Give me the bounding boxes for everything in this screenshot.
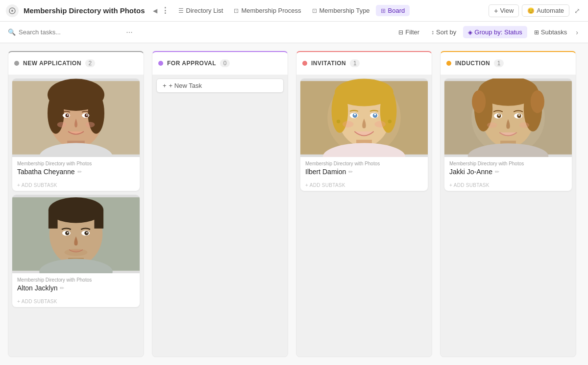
svg-rect-20: [49, 210, 58, 228]
column-title-new: NEW APPLICATION: [23, 60, 81, 67]
card-name-ilbert: Ilbert Damion: [305, 168, 346, 176]
collapse-icon[interactable]: ›: [574, 26, 580, 38]
toolbar-actions: ⊟ Filter ↕ Sort by ◈ Group by: Status ⊞ …: [393, 26, 580, 38]
subtasks-button[interactable]: ⊞ Subtasks: [529, 26, 572, 38]
card-name-jakki: Jakki Jo-Anne: [449, 168, 492, 176]
column-title-invitation: INVITATION: [311, 60, 346, 67]
header: Membership Directory with Photos ◀ ⋮ ☰ D…: [0, 0, 588, 22]
add-subtask-jakki[interactable]: + ADD SUBTASK: [444, 180, 572, 191]
tab-board[interactable]: ⊞ Board: [376, 5, 410, 16]
nav-dots-icon[interactable]: ⋮: [161, 6, 170, 15]
card-tabatha[interactable]: Membership Directory with Photos Tabatha…: [12, 78, 140, 191]
filter-icon: ⊟: [398, 29, 403, 36]
add-subtask-tabatha[interactable]: + ADD SUBTASK: [12, 180, 140, 191]
svg-point-15: [57, 122, 67, 127]
column-indicator-invitation: [302, 61, 307, 66]
column-new-application: NEW APPLICATION 2: [8, 51, 144, 357]
new-task-button[interactable]: + + New Task: [156, 78, 284, 93]
column-title-induction: INDUCTION: [455, 60, 490, 67]
column-count-new: 2: [85, 59, 95, 67]
app-logo: [6, 4, 19, 17]
search-input[interactable]: [19, 28, 121, 36]
toolbar: 🔍 ··· ⊟ Filter ↕ Sort by ◈ Group by: Sta…: [0, 22, 588, 43]
column-body-induction: Membership Directory with Photos Jakki J…: [440, 75, 576, 357]
card-photo-ilbert: [300, 78, 428, 157]
tab-directory-list[interactable]: ☰ Directory List: [173, 5, 228, 16]
board-icon: ⊞: [381, 7, 386, 14]
membership-type-icon: ⊡: [312, 7, 317, 14]
card-jakki[interactable]: Membership Directory with Photos Jakki J…: [444, 78, 572, 191]
svg-rect-21: [94, 210, 103, 228]
column-count-induction: 1: [494, 59, 504, 67]
svg-point-16: [86, 122, 95, 127]
svg-point-63: [498, 114, 500, 116]
column-indicator-new: [14, 61, 19, 66]
edit-icon-ilbert[interactable]: ✏: [348, 169, 353, 175]
card-ilbert[interactable]: Membership Directory with Photos Ilbert …: [300, 78, 428, 191]
nav-back-icon[interactable]: ◀: [151, 6, 160, 15]
directory-list-icon: ☰: [178, 7, 184, 14]
card-project-ilbert: Membership Directory with Photos: [305, 161, 423, 166]
svg-point-14: [86, 114, 88, 116]
sort-by-button[interactable]: ↕ Sort by: [426, 26, 461, 38]
card-project-alton: Membership Directory with Photos: [17, 277, 135, 283]
plus-icon: +: [494, 7, 498, 15]
column-indicator-induction: [446, 61, 451, 66]
card-content-alton: Membership Directory with Photos Alton J…: [12, 273, 140, 296]
svg-point-66: [519, 122, 529, 128]
tab-membership-type[interactable]: ⊡ Membership Type: [307, 5, 375, 16]
automate-button[interactable]: 😊 Automate: [522, 4, 569, 17]
automate-icon: 😊: [527, 7, 535, 14]
edit-icon-jakki[interactable]: ✏: [495, 169, 499, 175]
svg-point-56: [531, 90, 544, 113]
card-name-row-ilbert: Ilbert Damion ✏: [305, 168, 423, 176]
search-icon: 🔍: [8, 28, 16, 36]
edit-icon-tabatha[interactable]: ✏: [77, 169, 82, 175]
membership-process-icon: ⊡: [234, 7, 239, 14]
card-name-alton: Alton Jacklyn: [17, 284, 57, 292]
group-by-button[interactable]: ◈ Group by: Status: [463, 26, 527, 38]
card-content-jakki: Membership Directory with Photos Jakki J…: [444, 157, 572, 180]
add-subtask-ilbert[interactable]: + ADD SUBTASK: [300, 180, 428, 191]
expand-icon[interactable]: ⤢: [572, 5, 582, 17]
svg-point-13: [67, 114, 69, 116]
svg-point-44: [374, 114, 376, 116]
svg-point-48: [375, 121, 386, 128]
svg-point-43: [354, 114, 356, 116]
card-name-row-alton: Alton Jacklyn ✏: [17, 284, 135, 292]
svg-point-6: [88, 93, 104, 134]
page-title: Membership Directory with Photos: [24, 6, 145, 15]
nav-tabs: ☰ Directory List ⊡ Membership Process ⊡ …: [173, 5, 487, 16]
search-area: 🔍 ···: [8, 26, 135, 38]
sort-icon: ↕: [431, 29, 434, 36]
column-invitation: INVITATION 1: [296, 51, 432, 357]
board: NEW APPLICATION 2: [0, 43, 588, 365]
tab-membership-process[interactable]: ⊡ Membership Process: [229, 5, 306, 16]
more-options-button[interactable]: ···: [123, 26, 135, 38]
view-button[interactable]: + View: [489, 4, 519, 17]
column-for-approval: FOR APPROVAL 0 + + New Task: [152, 51, 288, 357]
svg-point-55: [472, 90, 486, 113]
card-project-tabatha: Membership Directory with Photos: [17, 161, 135, 166]
svg-point-65: [487, 122, 497, 128]
card-name-row-jakki: Jakki Jo-Anne ✏: [449, 168, 567, 176]
svg-point-64: [518, 114, 520, 116]
svg-point-47: [343, 121, 353, 128]
column-title-approval: FOR APPROVAL: [167, 60, 216, 67]
subtasks-icon: ⊞: [534, 29, 539, 36]
svg-point-1: [11, 10, 13, 12]
edit-icon-alton[interactable]: ✏: [60, 285, 64, 291]
filter-button[interactable]: ⊟ Filter: [393, 26, 424, 38]
column-induction: INDUCTION 1: [440, 51, 576, 357]
column-indicator-approval: [158, 61, 163, 66]
plus-icon: +: [163, 82, 167, 89]
card-content-tabatha: Membership Directory with Photos Tabatha…: [12, 157, 140, 180]
column-count-approval: 0: [220, 59, 230, 67]
header-actions: + View 😊 Automate ⤢: [489, 4, 582, 17]
card-project-jakki: Membership Directory with Photos: [449, 161, 567, 166]
column-body-invitation: Membership Directory with Photos Ilbert …: [296, 75, 432, 357]
add-subtask-alton[interactable]: + ADD SUBTASK: [12, 296, 140, 307]
svg-point-28: [67, 232, 69, 234]
svg-point-5: [48, 93, 64, 134]
card-alton[interactable]: Membership Directory with Photos Alton J…: [12, 195, 140, 307]
